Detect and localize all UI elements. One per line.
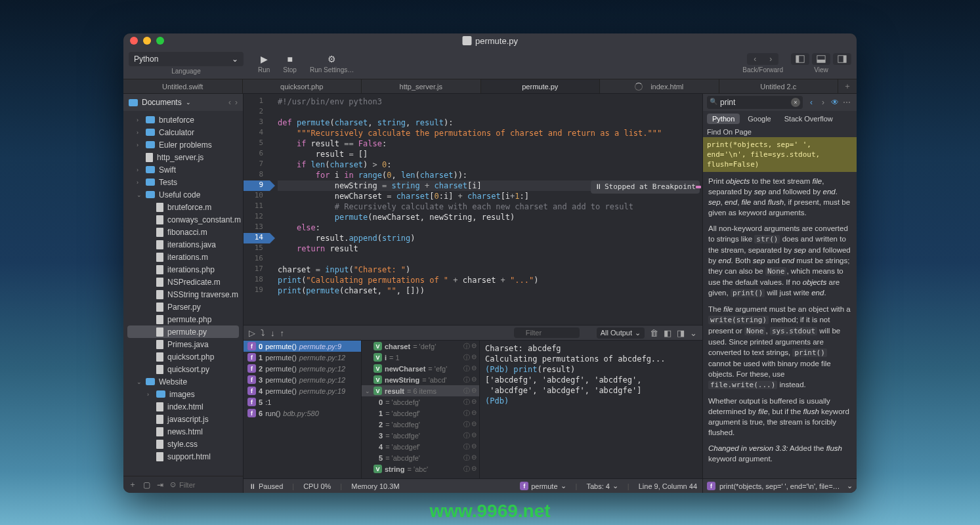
code-line[interactable]: if len(charset) > 0:	[278, 159, 694, 170]
add-tab-button[interactable]: ＋	[838, 79, 857, 93]
gutter-line[interactable]: 13	[244, 222, 270, 233]
file-bruteforce-m[interactable]: bruteforce.m	[123, 201, 243, 213]
var-row[interactable]: VnewCharset = 'efg'ⓘ⊖	[362, 363, 479, 374]
tab-index-html[interactable]: index.html	[600, 79, 719, 93]
var-row[interactable]: 3 = 'abcdfge'ⓘ⊖	[362, 430, 479, 441]
var-row[interactable]: ⌄Vresult = 6 itemsⓘ⊖	[362, 385, 479, 396]
file-http_server-js[interactable]: http_server.js	[123, 151, 243, 163]
continue-button[interactable]: ▷	[249, 328, 255, 338]
sidebar-forward-icon[interactable]: ›	[235, 98, 238, 107]
file-iterations-java[interactable]: iterations.java	[123, 238, 243, 251]
code-line[interactable]: permute(newCharset, newString, result)	[278, 212, 694, 222]
view-left-panel[interactable]	[791, 53, 809, 65]
remove-icon[interactable]: ⊖	[471, 398, 477, 407]
minimize-icon[interactable]	[143, 37, 151, 45]
tabs-indicator[interactable]: Tabs: 4⌄	[586, 482, 618, 490]
new-folder-icon[interactable]: ▢	[143, 480, 150, 490]
remove-icon[interactable]: ⊖	[471, 364, 477, 373]
code-line[interactable]: return result	[278, 243, 694, 254]
gutter-line[interactable]: 19	[244, 285, 270, 296]
more-icon[interactable]: ⋯	[841, 96, 853, 108]
sidebar-back-icon[interactable]: ‹	[228, 98, 231, 107]
doc-source-stack-overflow[interactable]: Stack Overflow	[779, 114, 838, 124]
file-permute-php[interactable]: permute.php	[123, 313, 243, 326]
info-icon[interactable]: ⓘ	[463, 465, 470, 474]
gutter-line[interactable]: 6	[244, 149, 270, 159]
console-pane[interactable]: Charset: abcdefgCalculating permutations…	[480, 341, 702, 478]
run-button[interactable]: ▶ Run	[251, 53, 276, 74]
stack-frame[interactable]: f1 permute() permute.py:12	[244, 352, 361, 363]
gutter-line[interactable]: 7	[244, 159, 270, 170]
var-row[interactable]: VnewString = 'abcd'ⓘ⊖	[362, 374, 479, 385]
gutter-line[interactable]: 10	[244, 191, 270, 201]
file-Primes-java[interactable]: Primes.java	[123, 338, 243, 350]
tab-quicksort-php[interactable]: quicksort.php	[243, 79, 362, 93]
maximize-icon[interactable]	[156, 37, 164, 45]
file-iterations-php[interactable]: iterations.php	[123, 263, 243, 276]
step-over-button[interactable]: ⤵	[261, 328, 265, 338]
action-icon[interactable]: ⇥	[157, 480, 163, 490]
code-line[interactable]: """Recursively calculate the permutation…	[278, 128, 694, 138]
gutter-line[interactable]: 11	[244, 201, 270, 212]
info-icon[interactable]: ⓘ	[463, 364, 470, 373]
trash-icon[interactable]: 🗑	[650, 328, 658, 338]
var-row[interactable]: 4 = 'abcdgef'ⓘ⊖	[362, 441, 479, 452]
gutter-line[interactable]: 8	[244, 170, 270, 180]
file-Parser-py[interactable]: Parser.py	[123, 301, 243, 313]
remove-icon[interactable]: ⊖	[471, 342, 477, 351]
gutter-line[interactable]: 12	[244, 212, 270, 222]
file-permute-py[interactable]: permute.py	[127, 326, 239, 338]
code-line[interactable]: for i in range(0, len(charset)):	[278, 170, 694, 180]
step-out-button[interactable]: ↑	[280, 328, 285, 338]
code-line[interactable]: print(permute(charset, "", []))	[278, 285, 694, 296]
gutter-line[interactable]: 17	[244, 264, 270, 275]
file-javascript-js[interactable]: javascript.js	[123, 413, 243, 425]
var-row[interactable]: 5 = 'abcdgfe'ⓘ⊖	[362, 452, 479, 463]
line-gutter[interactable]: 12345678910111213141516171819	[244, 94, 270, 325]
info-icon[interactable]: ⓘ	[463, 353, 470, 362]
code-line[interactable]	[278, 107, 694, 117]
split-left-icon[interactable]: ◧	[664, 328, 671, 338]
code-line[interactable]: print("Calculating permutations of " + c…	[278, 275, 694, 285]
tab-permute-py[interactable]: permute.py	[481, 79, 601, 93]
info-icon[interactable]: ⓘ	[463, 442, 470, 452]
code-line[interactable]	[278, 254, 694, 264]
folder-Swift[interactable]: ›Swift	[123, 163, 243, 176]
info-icon[interactable]: ⓘ	[463, 409, 470, 418]
remove-icon[interactable]: ⊖	[471, 465, 477, 474]
info-icon[interactable]: ⓘ	[463, 387, 470, 396]
stop-button[interactable]: ■ Stop	[276, 53, 303, 74]
file-NSPredicate-m[interactable]: NSPredicate.m	[123, 276, 243, 288]
view-right-panel[interactable]	[833, 53, 851, 65]
folder-Website[interactable]: ⌄Website	[123, 375, 243, 388]
file-style-css[interactable]: style.css	[123, 438, 243, 450]
tab-http_server-js[interactable]: http_server.js	[362, 79, 481, 93]
var-row[interactable]: 2 = 'abcdfeg'ⓘ⊖	[362, 419, 479, 430]
gutter-line[interactable]: 1	[244, 96, 270, 107]
folder-images[interactable]: ›images	[123, 388, 243, 400]
info-icon[interactable]: ⓘ	[463, 375, 470, 385]
gutter-line[interactable]: 16	[244, 254, 270, 264]
sidebar-filter-input[interactable]	[170, 481, 270, 489]
remove-icon[interactable]: ⊖	[471, 375, 477, 385]
eye-icon[interactable]: 👁	[829, 96, 841, 108]
doc-search-input[interactable]: print ×	[707, 96, 803, 109]
folder-Tests[interactable]: ›Tests	[123, 176, 243, 188]
stack-frame[interactable]: f6 run() bdb.py:580	[244, 408, 361, 419]
remove-icon[interactable]: ⊖	[471, 353, 477, 362]
file-iterations-m[interactable]: iterations.m	[123, 251, 243, 263]
doc-body[interactable]: Print objects to the text stream file, s…	[703, 172, 857, 478]
gutter-line[interactable]: 15	[244, 243, 270, 254]
language-select[interactable]: Python ⌄	[129, 52, 244, 66]
debug-filter-input[interactable]: Filter	[514, 327, 580, 338]
remove-icon[interactable]: ⊖	[471, 387, 477, 396]
remove-icon[interactable]: ⊖	[471, 409, 477, 418]
folder-Calculator[interactable]: ›Calculator	[123, 126, 243, 138]
gutter-line[interactable]: 18	[244, 275, 270, 285]
collapse-icon[interactable]: ⌄	[690, 328, 697, 338]
output-selector[interactable]: All Output⌄	[597, 327, 645, 339]
code-line[interactable]: result.append(string)	[278, 233, 694, 243]
info-icon[interactable]: ⓘ	[463, 398, 470, 407]
gutter-line[interactable]: 2	[244, 107, 270, 117]
file-conways_constant-m[interactable]: conways_constant.m	[123, 213, 243, 226]
